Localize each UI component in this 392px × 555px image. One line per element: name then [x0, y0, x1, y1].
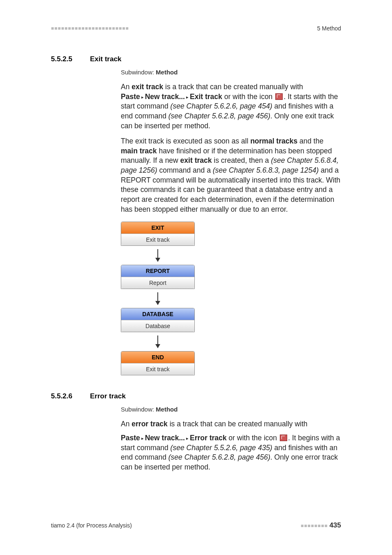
- diagram-arrow: [121, 332, 195, 351]
- paragraph: An error track is a track that can be cr…: [121, 419, 341, 429]
- cross-ref: (see Chapter 5.6.8.3, page 1254): [213, 166, 319, 174]
- footer-dots: ■■■■■■■■: [301, 523, 328, 529]
- diagram-arrow: [121, 246, 195, 265]
- cross-ref: (see Chapter 5.6.2.8, page 456): [168, 112, 270, 120]
- paragraph: The exit track is executed as soon as al…: [121, 136, 341, 214]
- term-exit-track: exit track: [180, 156, 212, 164]
- diagram-arrow: [121, 289, 195, 308]
- text: or with the icon: [222, 92, 274, 101]
- menu-error-track: Error track: [190, 434, 227, 442]
- subwindow-label: Subwindow:: [121, 69, 154, 76]
- footer-product: tiamo 2.4 (for Process Analysis): [51, 522, 132, 530]
- footer-right: ■■■■■■■■ 435: [301, 521, 341, 530]
- error-track-icon: [280, 435, 287, 441]
- block-body: Report: [121, 277, 194, 289]
- chevron-right-icon: ▸: [140, 95, 145, 99]
- text: is a track that can be created manually …: [163, 83, 303, 91]
- header-dots: ■■■■■■■■■■■■■■■■■■■■■■■: [51, 25, 129, 32]
- paragraph: Paste▸New track...▸Error track or with t…: [121, 433, 341, 472]
- menu-new-track: New track...: [145, 434, 185, 442]
- block-head: EXIT: [121, 222, 194, 234]
- cross-ref: (see Chapter 5.6.2.8, page 456): [168, 453, 270, 461]
- diagram-block-report: REPORT Report: [121, 265, 195, 289]
- text: command and a: [157, 166, 213, 174]
- text: An: [121, 83, 131, 91]
- text: and the: [297, 137, 323, 145]
- exit-track-icon: [275, 93, 283, 100]
- subwindow-value: Method: [156, 406, 178, 413]
- term-main-track: main track: [121, 147, 157, 155]
- term-error-track: error track: [131, 420, 168, 428]
- menu-paste: Paste: [121, 434, 140, 442]
- subwindow-line: Subwindow: Method: [121, 68, 341, 76]
- section-title: Exit track: [90, 55, 122, 64]
- section-number: 5.5.2.6: [51, 392, 90, 401]
- diagram-block-exit: EXIT Exit track: [121, 222, 195, 246]
- block-head: REPORT: [121, 265, 194, 277]
- chevron-right-icon: ▸: [185, 95, 190, 99]
- subwindow-line: Subwindow: Method: [121, 405, 341, 414]
- block-body: Exit track: [121, 234, 194, 245]
- block-head: DATABASE: [121, 308, 194, 320]
- diagram-block-end: END Exit track: [121, 351, 195, 375]
- cross-ref: (see Chapter 5.5.2.6, page 435): [171, 444, 272, 452]
- header-chapter: 5 Method: [317, 25, 341, 32]
- chevron-right-icon: ▸: [185, 436, 190, 441]
- block-body: Database: [121, 320, 194, 332]
- block-body: Exit track: [121, 363, 194, 375]
- term-exit-track: exit track: [131, 83, 163, 91]
- diagram-block-database: DATABASE Database: [121, 308, 195, 332]
- text: The exit track is executed as soon as al…: [121, 137, 250, 145]
- text: An: [121, 420, 131, 428]
- text: or with the icon: [226, 434, 279, 442]
- subwindow-label: Subwindow:: [121, 406, 154, 413]
- chevron-right-icon: ▸: [140, 436, 145, 441]
- menu-exit-track: Exit track: [190, 92, 222, 101]
- block-head: END: [121, 352, 194, 363]
- section-title: Error track: [90, 392, 126, 401]
- subwindow-value: Method: [156, 69, 178, 76]
- paragraph: An exit track is a track that can be cre…: [121, 82, 341, 131]
- cross-ref: (see Chapter 5.6.2.6, page 454): [171, 102, 272, 110]
- menu-paste: Paste: [121, 92, 140, 101]
- page-number: 435: [330, 521, 341, 529]
- text: is created, then a: [212, 156, 271, 164]
- exit-track-diagram: EXIT Exit track REPORT Report DATABASE D…: [121, 222, 195, 375]
- text: is a track that can be created manually …: [168, 420, 307, 428]
- menu-new-track: New track...: [145, 92, 185, 101]
- section-number: 5.5.2.5: [51, 55, 90, 64]
- term-normal-tracks: normal tracks: [250, 137, 297, 145]
